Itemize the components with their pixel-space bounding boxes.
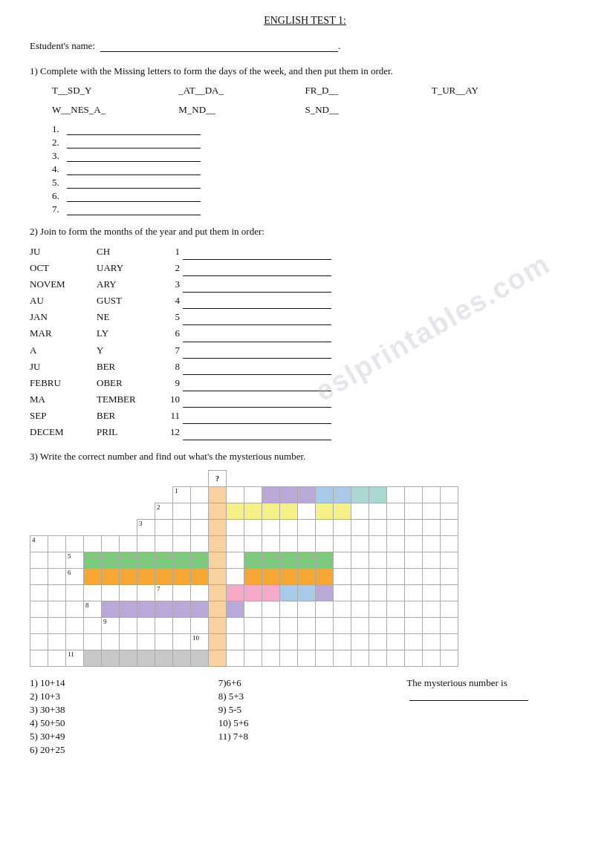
- eq-4: 4) 50+50: [30, 717, 204, 729]
- day-item-5: W__NES_A_: [52, 104, 178, 116]
- cw-cell: [369, 503, 387, 520]
- cw-cell: [209, 585, 227, 601]
- cw-cell: [66, 471, 84, 487]
- cw-cell: [137, 601, 155, 618]
- eq-7: 7)6+6: [218, 677, 392, 689]
- months-section: JU OCT NOVEM AU JAN MAR A JU FEBRU MA SE…: [30, 244, 580, 440]
- cw-cell: [155, 536, 173, 552]
- cw-cell: [84, 585, 102, 601]
- cw-cell: [423, 650, 441, 667]
- cw-cell: [280, 650, 298, 667]
- answer-line-5: 5.: [52, 177, 558, 189]
- cw-cell: [405, 650, 423, 667]
- day-item-2: _AT__DA_: [178, 85, 305, 97]
- cw-cell: [120, 618, 137, 634]
- ma-9: 9: [163, 375, 580, 391]
- cw-cell: [280, 503, 298, 520]
- cw-cell: [458, 503, 476, 520]
- cw-cell: [191, 569, 209, 585]
- answer-blank-2: [67, 148, 201, 149]
- cw-cell: [334, 650, 351, 667]
- cw-cell: [405, 487, 423, 503]
- cw-row-5: 5: [30, 552, 476, 569]
- cw-cell: [405, 569, 423, 585]
- ml-6: MAR: [30, 325, 97, 342]
- cw-cell: [102, 536, 120, 552]
- cw-cell: [30, 650, 48, 667]
- cw-cell: [227, 520, 244, 536]
- cw-cell: [423, 569, 441, 585]
- cw-cell: [84, 650, 102, 667]
- cw-cell: [441, 536, 458, 552]
- cw-row-9: 9: [30, 618, 476, 634]
- cw-cell: [244, 552, 262, 569]
- cw-cell: [244, 650, 262, 667]
- ma-11: 11: [163, 408, 580, 424]
- cw-cell: [102, 471, 120, 487]
- eq-10: 10) 5+6: [218, 717, 392, 729]
- cw-cell: [298, 569, 316, 585]
- cw-cell: [227, 585, 244, 601]
- cw-cell: [84, 569, 102, 585]
- cw-cell: [155, 618, 173, 634]
- ma-4: 4: [163, 293, 580, 309]
- cw-cell: [405, 585, 423, 601]
- cw-cell: [155, 634, 173, 650]
- cw-cell: [351, 569, 369, 585]
- cw-cell: [209, 552, 227, 569]
- cw-cell: [66, 585, 84, 601]
- q2-label: 2) Join to form the months of the year a…: [30, 226, 580, 238]
- answer-num-1: 1.: [52, 123, 65, 135]
- cw-cell: [441, 552, 458, 569]
- cw-cell: [369, 520, 387, 536]
- cw-cell: [84, 471, 102, 487]
- months-left-col: JU OCT NOVEM AU JAN MAR A JU FEBRU MA SE…: [30, 244, 97, 440]
- cw-cell: [66, 487, 84, 503]
- cw-cell: [244, 471, 262, 487]
- cw-cell: [458, 634, 476, 650]
- page-title: ENGLISH TEST 1:: [30, 15, 580, 27]
- cw-cell: [351, 536, 369, 552]
- answer-line-4: 4.: [52, 163, 558, 175]
- cw-cell: [155, 487, 173, 503]
- cw-cell: [280, 536, 298, 552]
- cw-cell: [423, 536, 441, 552]
- cw-cell: [262, 585, 280, 601]
- eq-8: 8) 5+3: [218, 691, 392, 702]
- cw-cell: [155, 569, 173, 585]
- mysterious-number-line: [409, 700, 528, 701]
- cw-question-mark: ?: [209, 471, 227, 487]
- cw-cell: [84, 634, 102, 650]
- cw-cell: [369, 650, 387, 667]
- cw-cell: [369, 471, 387, 487]
- cw-cell: [441, 487, 458, 503]
- cw-cell: [173, 650, 191, 667]
- cw-cell: [120, 536, 137, 552]
- answer-num-7: 7.: [52, 203, 65, 215]
- cw-cell: [137, 650, 155, 667]
- cw-cell: [120, 487, 137, 503]
- cw-cell: [280, 552, 298, 569]
- answer-blank-3: [67, 161, 201, 162]
- cw-cell: [387, 634, 405, 650]
- cw-cell: [369, 618, 387, 634]
- cw-cell: [298, 536, 316, 552]
- cw-cell: [244, 569, 262, 585]
- cw-cell: [458, 536, 476, 552]
- cw-cell: [102, 520, 120, 536]
- cw-cell: [227, 487, 244, 503]
- ma-7: 7: [163, 342, 580, 359]
- cw-cell: [173, 520, 191, 536]
- cw-cell: [227, 552, 244, 569]
- answer-num-4: 4.: [52, 163, 65, 175]
- question-2: 2) Join to form the months of the year a…: [30, 226, 580, 440]
- cw-cell: 3: [137, 520, 155, 536]
- cw-cell: 8: [84, 601, 102, 618]
- cw-cell: [458, 585, 476, 601]
- cw-cell: [102, 601, 120, 618]
- cw-cell: [48, 536, 66, 552]
- cw-cell: [209, 536, 227, 552]
- cw-cell: [48, 569, 66, 585]
- cw-row-6: 6: [30, 569, 476, 585]
- cw-cell: [173, 536, 191, 552]
